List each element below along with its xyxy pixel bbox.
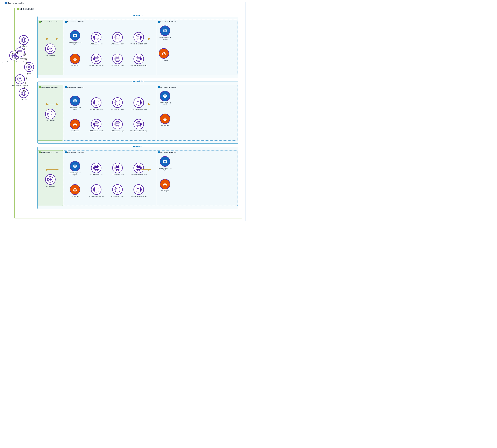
svg-point-9 — [95, 36, 96, 37]
svg-point-62 — [117, 101, 117, 102]
list-item: VPC Endpoint ECR DKR — [128, 155, 149, 176]
public-label-3: Public subnet - 10.0.13.0/24 — [39, 151, 58, 153]
public-label-2: Public subnet - 10.0.12.0/24 — [39, 86, 58, 88]
svg-point-156 — [22, 41, 23, 42]
svg-point-165 — [22, 94, 23, 95]
nat-icon-1 — [45, 44, 56, 54]
svg-point-79 — [116, 123, 117, 124]
svg-point-122 — [96, 188, 96, 189]
svg-point-10 — [96, 36, 96, 37]
list-item: VPC Endpoint SSM — [107, 90, 128, 111]
public-subnet-1: Public subnet - 10.0.11.0/24 NAT Gateway — [38, 20, 63, 75]
public-icon-1 — [39, 21, 41, 23]
domain-label: app.covidtracker.ie push.covidtracker.ie — [1, 61, 27, 63]
intra-icon-1 — [158, 21, 160, 23]
fargate-icon — [70, 54, 80, 64]
internet-gw-item: Internet gateway — [14, 47, 25, 60]
public-label-1: Public subnet - 10.0.11.0/24 — [39, 21, 58, 23]
list-item: API Fargate — [159, 179, 172, 192]
svg-point-15 — [117, 36, 117, 37]
az-label-3: eu-west-1c — [132, 145, 144, 147]
router-item: Router — [24, 62, 34, 74]
intra-label-3: Intra subnet - 10.0.33.0/24 — [158, 151, 176, 153]
svg-point-32 — [116, 58, 117, 58]
list-item: VPC Endpoint Secrets — [86, 177, 107, 198]
svg-point-109 — [117, 167, 117, 167]
private-grid-2: Aurora PostgreSQLMaster VPC Endpoint SNS… — [64, 90, 149, 132]
list-item: Push Fargate — [64, 46, 85, 67]
list-item: API Fargate — [159, 113, 172, 127]
list-item: API Fargate — [159, 48, 169, 62]
svg-point-33 — [117, 58, 117, 58]
az-label-2: eu-west-1b — [132, 80, 144, 82]
vpc-box: VPC - 10.0.0.0/16 eu-west-1a Public subn… — [14, 8, 242, 218]
svg-point-108 — [116, 167, 117, 167]
svg-point-154 — [22, 39, 23, 40]
list-item: VPC Endpoint Monitoring — [128, 46, 149, 67]
svg-point-85 — [138, 123, 139, 124]
endpoint-icon — [112, 54, 123, 64]
aurora-icon — [70, 30, 80, 41]
svg-point-104 — [96, 167, 96, 167]
nat-gw-1: NAT Gateway — [45, 44, 56, 56]
svg-point-127 — [117, 188, 117, 189]
intra-subnet-1: Intra subnet - 10.0.31.0/24 Aurora Postg… — [157, 20, 238, 75]
svg-point-162 — [21, 91, 26, 96]
svg-point-84 — [137, 123, 138, 124]
list-item: Push Fargate — [64, 111, 85, 132]
region-label: Region - eu-west-1 — [4, 2, 25, 4]
list-item: Push Fargate — [64, 177, 85, 198]
list-item: Aurora PostgreSQLReplica — [159, 156, 172, 172]
svg-point-131 — [137, 188, 138, 189]
public-subnet-2: Public subnet - 10.0.12.0/24 NAT Gateway — [38, 85, 63, 141]
private-label-3: Private subnet - 10.0.3.0/24 — [65, 151, 84, 153]
intra-subnet-3: Intra subnet - 10.0.33.0/24 Aurora Postg… — [157, 150, 238, 206]
alb-api-label: ALB - API — [20, 99, 27, 100]
vpc-endpoint-gw-icon — [15, 74, 25, 84]
svg-point-56 — [95, 101, 96, 102]
alb-push-label: ALB - Push — [20, 46, 28, 47]
list-item: Aurora PostgreSQLMaster — [64, 90, 85, 111]
router-icon — [24, 62, 34, 72]
svg-point-113 — [137, 167, 138, 167]
svg-point-157 — [24, 41, 25, 42]
private-label-1: Private subnet - 10.0.1.0/24 — [65, 21, 84, 23]
intra-subnet-2: Intra subnet - 10.0.32.0/24 Aurora Postg… — [157, 85, 238, 141]
nat-icon-3 — [45, 174, 56, 185]
svg-point-147 — [18, 51, 19, 51]
router-label: Router — [27, 73, 31, 74]
svg-point-80 — [117, 123, 117, 124]
endpoint-icon — [91, 54, 101, 64]
intra-label-2: Intra subnet - 10.0.32.0/24 — [158, 86, 176, 88]
intra-label-1: Intra subnet - 10.0.31.0/24 — [158, 21, 176, 23]
private-label-2: Private subnet - 10.0.2.0/24 — [65, 86, 84, 88]
region-icon — [5, 2, 7, 4]
list-item: Aurora PostgreSQLReplica — [64, 24, 85, 46]
svg-point-57 — [96, 101, 96, 102]
svg-point-61 — [116, 101, 117, 102]
az-row-2: eu-west-1b Public subnet - 10.0.12.0/24 … — [37, 81, 238, 144]
svg-point-14 — [116, 36, 117, 37]
endpoint-icon — [133, 32, 144, 43]
list-item: VPC Endpoint Logs — [107, 111, 128, 132]
diagram: Region - eu-west-1 VPC - 10.0.0.0/16 eu-… — [0, 0, 248, 224]
svg-point-114 — [138, 167, 139, 167]
svg-point-132 — [138, 188, 139, 189]
svg-point-171 — [19, 78, 21, 80]
intra-grid-1: Aurora PostgreSQLReplica API Fargate — [159, 26, 172, 62]
region-box: Region - eu-west-1 VPC - 10.0.0.0/16 eu-… — [2, 2, 246, 221]
svg-point-74 — [95, 123, 96, 124]
nat-icon-2 — [45, 109, 56, 119]
endpoint-icon — [133, 54, 144, 64]
intra-grid-3: Aurora PostgreSQLReplica API Fargate — [159, 156, 172, 192]
az-row-1: eu-west-1a Public subnet - 10.0.11.0/24 … — [37, 16, 238, 78]
az-label-1: eu-west-1a — [132, 15, 144, 17]
svg-point-126 — [116, 188, 117, 189]
list-item: VPC Endpoint Monitoring — [128, 177, 149, 198]
list-item: VPC Endpoint SNS — [86, 155, 107, 176]
nat-gw-3: NAT Gateway — [45, 174, 56, 187]
alb-push-item: ALB - Push — [19, 35, 29, 47]
vpc-endpoint-gw-label: VPC Endpoint Gateway — [12, 85, 28, 86]
alb-api-item: ALB - API — [19, 88, 29, 100]
internet-gw-label: Internet gateway — [14, 58, 25, 60]
